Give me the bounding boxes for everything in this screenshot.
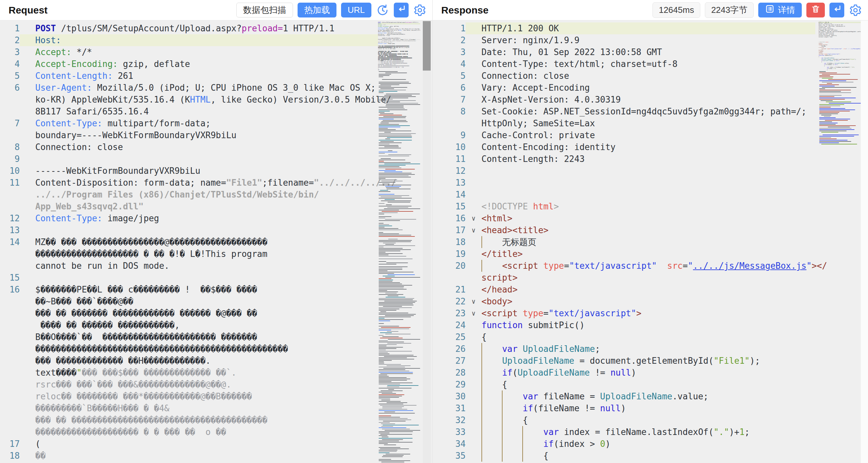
code-line: 9 xyxy=(0,153,378,165)
minimap-texture-line xyxy=(379,360,392,361)
minimap-texture-line xyxy=(379,185,411,185)
fold-gutter xyxy=(466,402,482,414)
packet-scan-button[interactable]: 数据包扫描 xyxy=(236,3,293,18)
fold-gutter xyxy=(466,22,482,34)
minimap-texture-line xyxy=(379,395,404,395)
settings-gear-icon[interactable] xyxy=(849,4,862,17)
fold-gutter xyxy=(20,450,35,462)
minimap-texture-line xyxy=(379,364,401,365)
response-editor[interactable]: 1HTTP/1.1 200 OK2Server: nginx/1.9.93Dat… xyxy=(433,21,868,463)
fold-gutter xyxy=(466,34,482,46)
minimap-texture-line xyxy=(381,121,408,122)
fold-gutter xyxy=(466,438,482,450)
fold-gutter xyxy=(466,189,482,201)
minimap-texture-line xyxy=(379,284,402,284)
code-line: 21</head> xyxy=(433,284,815,295)
request-scrollbar[interactable] xyxy=(423,21,431,463)
request-pane-title: Request xyxy=(8,5,48,16)
hot-reload-button[interactable]: 热加载 xyxy=(298,3,337,18)
minimap-texture-line xyxy=(379,355,413,355)
resend-button[interactable] xyxy=(830,3,844,18)
minimap-texture-line xyxy=(819,88,825,89)
minimap-texture-line xyxy=(819,84,839,85)
fold-toggle-icon[interactable]: ∨ xyxy=(466,295,482,307)
minimap-texture-line xyxy=(379,245,415,246)
minimap-texture-line xyxy=(379,352,388,353)
code-line: ���� �� ������ �����������, xyxy=(0,319,378,331)
line-number xyxy=(0,129,20,141)
minimap-texture-line xyxy=(379,218,385,218)
minimap-texture-line xyxy=(379,224,389,225)
minimap-texture-line xyxy=(379,298,414,299)
settings-gear-icon[interactable] xyxy=(413,4,427,17)
minimap-texture-line xyxy=(385,293,397,293)
minimap-texture-line xyxy=(379,191,391,192)
fold-gutter xyxy=(466,177,482,189)
minimap-texture-line xyxy=(387,137,412,138)
code-line: 3Accept: */* xyxy=(0,46,378,58)
minimap-texture-line xyxy=(385,169,415,170)
response-size-badge: 2243字节 xyxy=(705,2,754,18)
code-line: ��� �� ������� ������������ ������ �@���… xyxy=(0,307,378,319)
request-scrollbar-thumb[interactable] xyxy=(423,21,431,70)
fold-gutter xyxy=(20,58,35,70)
minimap-texture-line xyxy=(379,119,394,119)
history-clock-icon[interactable] xyxy=(376,4,389,17)
details-button[interactable]: 详情 xyxy=(758,3,802,18)
minimap-texture-line xyxy=(379,249,411,250)
minimap-texture-line xyxy=(379,310,397,311)
indent-guide xyxy=(482,367,482,379)
response-minimap[interactable]: HTTP/1.1 200 OKServer: nginx/1.9.9Date: … xyxy=(818,22,861,463)
line-number xyxy=(0,319,20,331)
minimap-texture-line xyxy=(379,182,396,183)
request-minimap[interactable]: POST /tplus/SM/SetupAccount/Upload.aspx?… xyxy=(378,22,420,463)
code-line: ko-KR) AppleWebKit/535.16.4 (KHTML, like… xyxy=(0,94,378,106)
minimap-texture-line xyxy=(379,174,415,175)
send-request-button[interactable] xyxy=(394,3,409,18)
minimap-texture-line xyxy=(382,425,419,426)
line-number xyxy=(0,390,20,402)
fold-gutter xyxy=(20,319,35,331)
line-number: 16 xyxy=(433,212,466,224)
fold-gutter xyxy=(20,117,35,129)
minimap-texture-line xyxy=(379,344,397,345)
minimap-texture-line xyxy=(379,268,402,268)
minimap-texture-line xyxy=(379,77,383,77)
minimap-texture-line xyxy=(819,141,851,142)
minimap-texture-line xyxy=(385,219,416,220)
minimap-texture-line xyxy=(819,73,837,73)
minimap-texture-line xyxy=(380,405,416,406)
fold-gutter xyxy=(20,331,35,343)
clear-response-button[interactable] xyxy=(806,3,825,18)
minimap-texture-line xyxy=(379,381,392,382)
minimap-texture-line xyxy=(819,119,850,119)
minimap-texture-line xyxy=(379,299,413,300)
minimap-texture-line xyxy=(381,158,391,159)
minimap-texture-line xyxy=(382,439,403,440)
minimap-texture-line xyxy=(819,113,838,114)
minimap-texture-line xyxy=(379,347,403,348)
minimap-texture-line xyxy=(388,150,393,151)
code-line: 11Content-Length: 2243 xyxy=(433,153,815,165)
fold-gutter xyxy=(20,236,35,248)
fold-toggle-icon[interactable]: ∨ xyxy=(466,224,482,236)
minimap-texture-line xyxy=(379,363,384,364)
minimap-texture-line xyxy=(381,181,403,181)
request-editor[interactable]: 1POST /tplus/SM/SetupAccount/Upload.aspx… xyxy=(0,21,432,463)
minimap-texture-line xyxy=(379,156,409,156)
line-number: 20 xyxy=(433,260,466,272)
minimap-texture-line xyxy=(379,142,402,143)
minimap-texture-line xyxy=(829,103,861,104)
minimap-texture-line xyxy=(819,91,841,92)
fold-toggle-icon[interactable]: ∨ xyxy=(466,212,482,224)
minimap-texture-line xyxy=(819,142,839,143)
fold-toggle-icon[interactable]: ∨ xyxy=(466,307,482,319)
minimap-texture-line xyxy=(382,406,404,407)
code-line: 3Date: Thu, 01 Sep 2022 13:00:58 GMT xyxy=(433,46,815,58)
detail-list-icon xyxy=(765,4,775,16)
line-number xyxy=(0,379,20,390)
minimap-texture-line xyxy=(381,390,403,391)
url-button[interactable]: URL xyxy=(341,3,371,18)
minimap-texture-line xyxy=(379,348,397,349)
minimap-texture-line xyxy=(379,433,390,433)
